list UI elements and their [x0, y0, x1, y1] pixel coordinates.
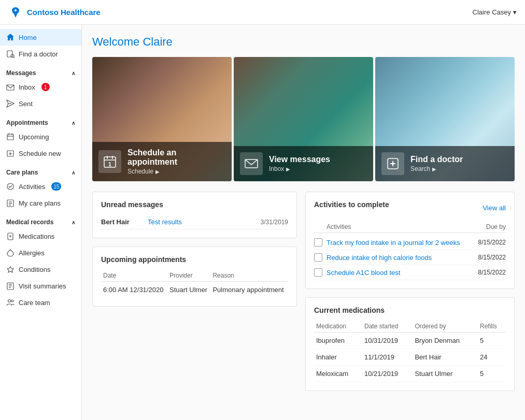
inbox-icon — [6, 83, 15, 91]
hero-card-text-find-doctor: Find a doctor Search ▶ — [410, 155, 463, 172]
svg-point-27 — [11, 300, 13, 302]
med-row-1: Inhaler 11/1/2019 Bert Hair 24 — [314, 349, 506, 366]
hero-card-find-doctor[interactable]: Find a doctor Search ▶ — [375, 57, 515, 181]
svg-point-14 — [7, 183, 13, 190]
sidebar-item-care-team[interactable]: Care team — [0, 294, 81, 311]
appt-provider: Stuart Ulmer — [167, 282, 210, 298]
sidebar-item-inbox[interactable]: Inbox 1 — [0, 79, 81, 95]
activity-checkbox-2[interactable] — [314, 268, 322, 277]
med-row-2: Meloxicam 10/21/2019 Stuart Ulmer 5 — [314, 366, 506, 382]
left-panel: Unread messages Bert Hair Test results 3… — [92, 192, 297, 391]
upcoming-icon — [6, 133, 15, 141]
svg-rect-7 — [7, 134, 13, 140]
med-name-1: Inhaler — [314, 349, 362, 366]
medications-title: Current medications — [314, 306, 506, 314]
med-col-medication: Medication — [314, 321, 362, 332]
unread-messages-card: Unread messages Bert Hair Test results 3… — [92, 192, 297, 238]
care-plans-chevron-icon[interactable]: ∧ — [72, 170, 75, 176]
activity-label-1[interactable]: Reduce intake of high calorie foods — [327, 254, 470, 262]
user-menu[interactable]: Claire Casey ▾ — [473, 8, 517, 16]
activity-row-1: Reduce intake of high calorie foods 8/15… — [314, 250, 506, 265]
hero-card-schedule[interactable]: 1 Schedule an appointment Schedule ▶ — [92, 57, 232, 181]
activity-due-0: 8/15/2022 — [478, 239, 506, 246]
sidebar-item-conditions[interactable]: Conditions — [0, 261, 81, 278]
medical-records-chevron-icon[interactable]: ∧ — [72, 220, 75, 225]
appt-col-provider: Provider — [167, 270, 210, 282]
sidebar-item-home[interactable]: Home — [0, 29, 81, 46]
home-icon — [6, 33, 15, 41]
activities-card: Activities to complete View all Activiti… — [305, 192, 515, 289]
activity-due-2: 8/15/2022 — [478, 269, 506, 276]
sidebar: Home Find a doctor Messages ∧ Inbox 1 Se… — [0, 25, 82, 420]
appt-col-date: Date — [101, 270, 167, 282]
sidebar-item-my-care-plans[interactable]: My care plans — [0, 195, 81, 211]
sidebar-item-upcoming[interactable]: Upcoming — [0, 128, 81, 145]
medications-card: Current medications Medication Date star… — [305, 297, 515, 391]
hero-find-doctor-arrow-icon: ▶ — [432, 166, 436, 172]
svg-rect-1 — [7, 51, 12, 57]
brand: Contoso Healthcare — [8, 5, 101, 20]
sidebar-item-sent[interactable]: Sent — [0, 95, 81, 112]
doctor-icon — [386, 156, 400, 171]
calendar-icon: 1 — [103, 154, 117, 169]
activity-row-2: Schedule A1C blood test 8/15/2022 — [314, 265, 506, 280]
medications-icon — [6, 232, 15, 240]
care-plans-section: Care plans ∧ — [0, 164, 81, 178]
upcoming-appointments-title: Upcoming appointments — [101, 255, 288, 264]
activity-label-0[interactable]: Track my food intake in a journal for 2 … — [327, 239, 470, 247]
appointments-section: Appointments ∧ — [0, 114, 81, 128]
brand-icon — [8, 5, 23, 20]
activities-title: Activities to complete — [314, 200, 389, 209]
sidebar-item-medications[interactable]: Medications — [0, 228, 81, 244]
activities-col-due: Due by — [464, 223, 506, 230]
message-icon — [244, 156, 259, 171]
find-doctor-icon — [6, 50, 15, 58]
med-ordered-by-2: Stuart Ulmer — [413, 366, 478, 382]
med-ordered-by-0: Bryon Denman — [413, 332, 478, 349]
med-col-refills: Refills — [478, 321, 506, 332]
med-refills-0: 5 — [478, 332, 506, 349]
my-care-plans-icon — [6, 199, 15, 207]
messages-chevron-icon[interactable]: ∧ — [72, 70, 75, 76]
hero-card-overlay-find-doctor: Find a doctor Search ▶ — [375, 146, 515, 181]
right-panel: Activities to complete View all Activiti… — [305, 192, 515, 391]
sidebar-item-allergies[interactable]: Allergies — [0, 244, 81, 261]
sidebar-item-find-doctor[interactable]: Find a doctor — [0, 46, 81, 62]
med-refills-1: 24 — [478, 349, 506, 366]
hero-card-messages[interactable]: View messages Inbox ▶ — [234, 57, 373, 181]
hero-cards: 1 Schedule an appointment Schedule ▶ — [92, 57, 515, 181]
appt-reason: Pulmonary appointment — [210, 282, 288, 298]
activity-label-2[interactable]: Schedule A1C blood test — [327, 269, 470, 277]
message-date: 3/31/2019 — [261, 219, 288, 226]
svg-point-0 — [15, 9, 17, 11]
appt-date: 6:00 AM 12/31/2020 — [101, 282, 167, 298]
svg-text:1: 1 — [108, 162, 111, 167]
activities-badge: 15 — [51, 182, 61, 191]
view-all-link[interactable]: View all — [483, 204, 506, 212]
med-name-0: Ibuprofen — [314, 332, 362, 349]
sidebar-item-activities[interactable]: Activities 15 — [0, 178, 81, 195]
med-refills-2: 5 — [478, 366, 506, 382]
hero-card-overlay-messages: View messages Inbox ▶ — [234, 146, 373, 181]
activity-checkbox-0[interactable] — [314, 238, 322, 247]
message-subject[interactable]: Test results — [148, 218, 257, 226]
activity-checkbox-1[interactable] — [314, 253, 322, 262]
visit-summaries-icon — [6, 282, 15, 290]
sidebar-item-schedule-new[interactable]: Schedule new — [0, 145, 81, 162]
hero-card-text-schedule: Schedule an appointment Schedule ▶ — [127, 148, 225, 175]
sent-icon — [6, 99, 15, 108]
med-ordered-by-1: Bert Hair — [413, 349, 478, 366]
appointments-chevron-icon[interactable]: ∧ — [72, 120, 75, 126]
svg-line-3 — [14, 57, 15, 59]
medical-records-section: Medical records ∧ — [0, 213, 81, 228]
unread-messages-title: Unread messages — [101, 200, 288, 209]
hero-card-icon-box-messages — [240, 152, 263, 175]
activities-header: Activities to complete View all — [314, 200, 506, 215]
hero-card-icon-box-find-doctor — [381, 152, 404, 175]
sidebar-item-visit-summaries[interactable]: Visit summaries — [0, 278, 81, 294]
activity-row-0: Track my food intake in a journal for 2 … — [314, 235, 506, 250]
appointment-row: 6:00 AM 12/31/2020 Stuart Ulmer Pulmonar… — [101, 282, 288, 298]
activities-col-header: Activities Due by — [314, 221, 506, 233]
hero-schedule-arrow-icon: ▶ — [155, 169, 160, 175]
schedule-new-icon — [6, 149, 15, 157]
